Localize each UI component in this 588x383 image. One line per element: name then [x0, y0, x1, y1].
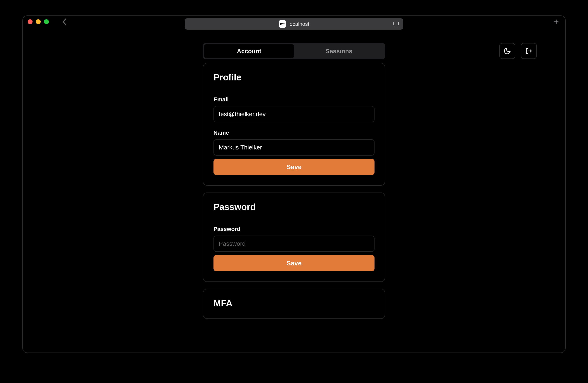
password-card: Password Password Save	[203, 192, 385, 282]
logout-icon	[525, 47, 533, 55]
password-label: Password	[213, 226, 375, 232]
password-save-button[interactable]: Save	[213, 255, 375, 271]
email-input[interactable]	[213, 106, 375, 122]
mfa-heading: MFA	[213, 298, 375, 308]
window-zoom-button[interactable]	[44, 19, 49, 24]
password-heading: Password	[213, 202, 375, 212]
profile-heading: Profile	[213, 72, 375, 82]
password-input[interactable]	[213, 236, 375, 252]
page-content: Account Sessions Profile Email Name	[23, 28, 565, 353]
email-field-group: Email	[213, 96, 375, 122]
address-text: localhost	[289, 21, 310, 27]
email-label: Email	[213, 96, 375, 103]
password-field-group: Password	[213, 226, 375, 252]
svg-rect-0	[394, 22, 399, 25]
profile-card: Profile Email Name Save	[203, 63, 385, 186]
mfa-card: MFA	[203, 289, 385, 319]
traffic-lights	[28, 19, 49, 24]
window-minimize-button[interactable]	[36, 19, 41, 24]
tab-account[interactable]: Account	[204, 44, 294, 58]
settings-tabs: Account Sessions	[203, 43, 385, 59]
tab-sessions[interactable]: Sessions	[294, 44, 384, 58]
nav-back-button[interactable]	[61, 18, 68, 25]
window-close-button[interactable]	[28, 19, 33, 24]
name-label: Name	[213, 130, 375, 136]
site-favicon: mt	[279, 20, 286, 28]
reader-mode-icon[interactable]	[392, 20, 400, 28]
theme-toggle-button[interactable]	[499, 43, 515, 59]
moon-icon	[504, 47, 511, 55]
name-field-group: Name	[213, 130, 375, 155]
titlebar: mt localhost	[23, 16, 565, 28]
plus-icon	[553, 19, 559, 25]
tab-sessions-label: Sessions	[326, 48, 352, 55]
profile-save-button[interactable]: Save	[213, 159, 375, 175]
logout-button[interactable]	[521, 43, 537, 59]
new-tab-button[interactable]	[552, 18, 560, 26]
top-actions	[499, 43, 537, 59]
browser-window: mt localhost	[22, 16, 566, 353]
tab-account-label: Account	[237, 48, 261, 55]
name-input[interactable]	[213, 139, 375, 155]
chevron-left-icon	[62, 18, 66, 25]
